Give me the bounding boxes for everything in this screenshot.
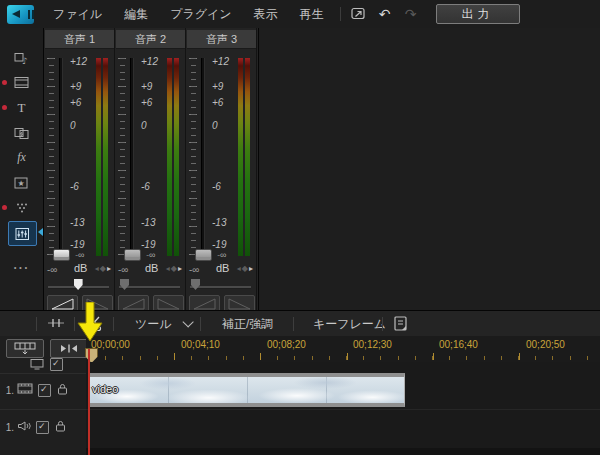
video-track-header: 1. (0, 383, 86, 397)
mixer-channel-3: 音声 3 +12 +9 +6 0 -6 -13 -19 -∞ -∞ (186, 28, 257, 310)
panel-empty-area (259, 28, 600, 310)
db-scale-label: 0 (212, 121, 218, 131)
db-scale-label: +6 (212, 98, 223, 108)
master-enable-checkbox[interactable] (50, 358, 63, 371)
db-scale-label: -13 (141, 218, 155, 228)
db-scale-label: -6 (141, 182, 150, 192)
gain-value: -∞ (118, 264, 128, 275)
channel-label: 音声 1 (45, 30, 114, 49)
notes-panel-icon[interactable] (392, 315, 409, 335)
timeline-bottom-strip (86, 448, 600, 455)
fader-scale-ticks (191, 58, 196, 256)
toolbar-divider (382, 317, 383, 331)
transition-align-icon[interactable] (46, 315, 66, 334)
gain-unit: dB (145, 262, 158, 274)
audio-track-header: 1. (0, 420, 86, 434)
volume-fader-handle[interactable] (195, 249, 212, 261)
sidebar-item-slideshow[interactable] (8, 71, 35, 94)
track-lanes: video believe (86, 362, 600, 455)
ruler-timestamp: 00;12;30 (353, 339, 392, 350)
video-clip-label: video (92, 383, 118, 395)
menu-plugins[interactable]: プラグイン (159, 0, 242, 28)
sidebar-item-effects[interactable]: fx (8, 146, 35, 169)
sidebar-item-more[interactable]: ... (8, 253, 35, 276)
pan-slider[interactable] (190, 279, 251, 291)
keyframe-button[interactable]: キーフレーム (313, 311, 386, 337)
vu-meter (96, 58, 108, 256)
volume-fader-track[interactable] (59, 58, 63, 258)
monitor-icon (30, 358, 44, 373)
capture-icon[interactable] (349, 4, 369, 24)
fx-icon: fx (17, 150, 26, 165)
track-manager-button[interactable] (6, 339, 44, 358)
track-divider (0, 409, 86, 410)
menu-edit[interactable]: 編集 (113, 0, 159, 28)
db-scale-label: -19 (212, 240, 226, 250)
pan-slider[interactable] (119, 279, 180, 291)
title-room-icon: T (18, 100, 26, 116)
menu-play[interactable]: 再生 (289, 0, 335, 28)
annotation-down-arrow (77, 302, 103, 342)
db-scale-label: +6 (70, 98, 81, 108)
channel-label: 音声 3 (187, 30, 256, 49)
sidebar-item-title[interactable]: T (8, 96, 35, 119)
lock-icon[interactable] (55, 420, 66, 435)
audio-track-enable-checkbox[interactable] (36, 421, 49, 434)
redo-icon[interactable]: ↷ (401, 4, 421, 24)
playhead-line[interactable] (88, 349, 90, 455)
svg-text:★: ★ (18, 179, 25, 188)
lock-icon[interactable] (57, 383, 68, 398)
volume-fader-handle[interactable] (124, 249, 141, 261)
gain-unit: dB (74, 262, 87, 274)
volume-fader-handle[interactable] (53, 249, 70, 261)
track-divider (0, 373, 86, 374)
output-button[interactable]: 出力 (436, 4, 520, 24)
volume-fader-track[interactable] (201, 58, 205, 258)
gain-stepper[interactable]: ◂◆▸ (166, 264, 183, 273)
main-area: ♪ T fx ★ (0, 28, 600, 310)
fader-scale-ticks (120, 58, 125, 256)
audio-track-lane[interactable]: believe (86, 409, 600, 449)
sidebar-item-particle[interactable] (8, 196, 35, 219)
video-track-icon (17, 383, 33, 397)
ruler-timestamp: 00;20;50 (526, 339, 565, 350)
gain-stepper[interactable]: ◂◆▸ (95, 264, 112, 273)
db-scale-label: +9 (212, 82, 223, 92)
menu-view[interactable]: 表示 (243, 0, 289, 28)
sidebar-item-audio-mixing[interactable] (8, 221, 37, 246)
db-scale-label: -∞ (217, 250, 226, 260)
db-scale-label: +12 (212, 57, 229, 67)
pan-slider-track (119, 286, 180, 289)
channel-label: 音声 2 (116, 30, 185, 49)
chevron-down-icon (182, 316, 193, 327)
app-logo-icon[interactable] (7, 5, 34, 24)
toolbar-divider (74, 317, 75, 331)
video-track-lane[interactable]: video (86, 362, 600, 410)
video-track-enable-checkbox[interactable] (38, 384, 51, 397)
pan-slider[interactable] (48, 279, 109, 291)
svg-text:♪: ♪ (22, 56, 28, 65)
tools-menu-button[interactable]: ツール (135, 311, 190, 337)
sidebar-item-transition[interactable] (8, 121, 35, 144)
sidebar-item-media[interactable]: ♪ (8, 46, 35, 69)
video-clip[interactable]: video (88, 373, 405, 407)
menu-file[interactable]: ファイル (42, 0, 113, 28)
timeline-ruler[interactable]: 00;00;00 00;04;10 00;08;20 00;12;30 00;1… (86, 336, 600, 363)
speaker-icon (17, 420, 31, 435)
fix-enhance-button[interactable]: 補正/強調 (222, 311, 273, 337)
badge-dot (2, 205, 7, 210)
gain-stepper[interactable]: ◂◆▸ (237, 264, 254, 273)
sidebar-item-pip-objects[interactable]: ★ (8, 171, 35, 194)
playhead-marker[interactable] (85, 348, 98, 363)
undo-icon[interactable]: ↶ (375, 4, 395, 24)
db-scale-label: -13 (212, 218, 226, 228)
volume-fader-track[interactable] (130, 58, 134, 258)
audio-mixer-panel: 音声 1 +12 +9 +6 0 -6 -13 -19 -∞ -∞ (44, 28, 259, 310)
db-scale-label: +12 (70, 57, 87, 67)
mixer-channel-1: 音声 1 +12 +9 +6 0 -6 -13 -19 -∞ -∞ (44, 28, 115, 310)
toolbar-divider (36, 317, 37, 331)
toolbar-divider (293, 317, 294, 331)
db-scale-label: -∞ (75, 250, 84, 260)
selected-room-arrow-icon (38, 228, 43, 236)
timeline-area: 1. 1. 00;00;0 (0, 336, 600, 455)
